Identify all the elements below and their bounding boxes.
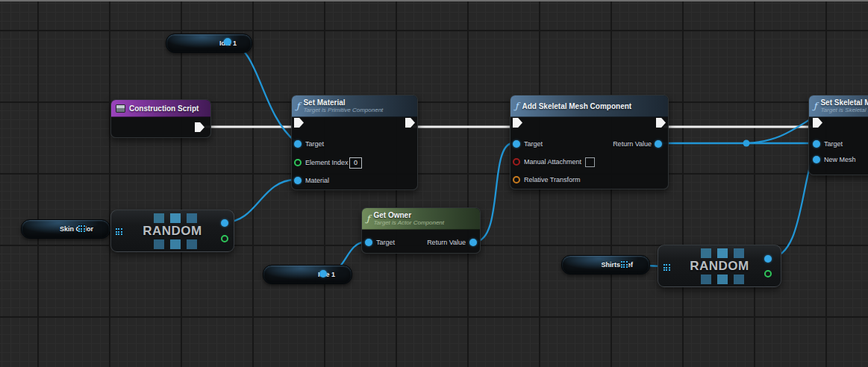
variable-node-skin-color[interactable]: Skin Color [21,219,110,239]
function-icon: ƒ [515,101,518,110]
pin-setskeletal-target[interactable] [813,140,820,148]
node-set-skeletal-mesh[interactable]: ƒ Set Skeletal Mesh Target is Skeletal M… [808,95,868,175]
node-header: Construction Script [111,100,210,117]
pin-label-element-index: Element Index [305,159,349,166]
pin-label-relative-transform: Relative Transform [524,176,581,184]
node-construction-script[interactable]: Construction Script [110,99,211,138]
blueprint-graph-canvas[interactable]: Idle 1 Construction Script ƒ Set Materia… [0,0,868,367]
pin-label-return-value: Return Value [613,140,652,148]
pin-idle1-bottom-output[interactable] [319,270,327,277]
random-deco-square [734,275,744,284]
pin-setmaterial-target[interactable] [294,140,302,148]
node-header: ƒ Get Owner Target is Actor Component [362,208,480,230]
pin-addskeletal-exec-out[interactable] [656,118,666,128]
random-deco-square [170,213,181,223]
function-icon: ƒ [814,101,817,110]
pin-randomleft-secondary-output[interactable] [221,235,228,242]
pin-randomleft-output[interactable] [221,219,228,227]
variable-node-idle1-top[interactable]: Idle 1 [166,34,252,53]
variable-label: Skin Color [60,225,93,233]
pin-setmaterial-exec-out[interactable] [405,118,415,128]
pin-randomleft-array-in[interactable] [116,228,123,235]
pin-label-material: Material [305,177,329,184]
construction-script-icon [116,104,125,113]
node-title: Get Owner [373,211,444,219]
pin-setmaterial-element-index[interactable] [294,159,302,166]
node-random-left[interactable]: RANDOM [110,210,234,252]
pin-setmaterial-exec-in[interactable] [294,118,304,128]
pin-addskeletal-target[interactable] [513,140,520,148]
node-title: Set Skeletal Mesh [820,98,868,107]
pin-label-target: Target [524,140,543,148]
element-index-input[interactable]: 0 [349,157,362,169]
random-deco-square [187,239,197,249]
node-add-skeletal-mesh-component[interactable]: ƒ Add Skeletal Mesh Component Target Ret… [510,95,669,189]
pin-getowner-return-value[interactable] [469,239,477,246]
wire-returnvalue-branch[interactable] [746,116,815,143]
function-icon: ƒ [366,214,369,223]
node-title: Construction Script [129,104,199,113]
pin-label-target: Target [376,239,395,246]
random-deco-square [187,213,197,223]
pin-setmaterial-material[interactable] [294,177,302,184]
pin-skincolor-array-output[interactable] [78,225,86,232]
node-header: ƒ Set Material Target is Primitive Compo… [292,95,417,117]
node-subtitle: Target is Primitive Component [303,107,383,113]
random-deco-square [701,275,711,284]
pin-idle1-top-output[interactable] [224,38,231,46]
pin-shirtsref-array-output[interactable] [621,260,628,268]
reroute-node[interactable] [743,140,750,147]
random-deco-square [717,275,728,284]
pin-addskeletal-exec-in[interactable] [513,118,522,128]
pin-randomright-array-in[interactable] [664,263,671,271]
random-deco-square [734,248,744,258]
node-title: Add Skeletal Mesh Component [522,102,631,110]
pin-addskeletal-relative-transform[interactable] [513,176,520,184]
pin-randomright-output[interactable] [764,255,772,263]
function-icon: ƒ [296,101,299,110]
wire-layer [0,0,868,367]
pin-getowner-target[interactable] [365,239,372,246]
pin-addskeletal-manual-attachment[interactable] [513,158,520,166]
manual-attachment-checkbox[interactable] [585,157,595,167]
wire-randomright-to-newmesh[interactable] [769,161,811,258]
pin-label-target: Target [305,140,324,148]
node-random-right[interactable]: RANDOM [658,245,781,287]
pin-setskeletal-new-mesh[interactable] [813,156,820,163]
pin-label-return-value: Return Value [427,239,466,246]
node-set-material[interactable]: ƒ Set Material Target is Primitive Compo… [291,95,418,190]
node-header: ƒ Add Skeletal Mesh Component [511,95,668,117]
random-deco-square [717,248,728,258]
pin-label-manual-attachment: Manual Attachment [524,158,581,166]
pin-label-new-mesh: New Mesh [824,156,856,163]
pin-addskeletal-return-value[interactable] [655,140,662,148]
node-title: Set Material [303,98,383,107]
random-deco-square [170,239,181,249]
node-header: ƒ Set Skeletal Mesh Target is Skeletal M… [809,95,868,117]
node-subtitle: Target is Actor Component [373,219,444,226]
node-get-owner[interactable]: ƒ Get Owner Target is Actor Component Ta… [361,207,481,254]
node-title: RANDOM [143,224,202,239]
node-title: RANDOM [690,259,749,274]
random-deco-square [154,239,164,249]
node-subtitle: Target is Skeletal Mesh Component [820,107,868,113]
wire-randomleft-to-material[interactable] [225,180,296,222]
pin-randomright-secondary-output[interactable] [764,270,772,277]
variable-node-shirts-ref[interactable]: Shirts Ref [561,255,650,275]
random-deco-square [701,248,711,258]
pin-setskeletal-exec-in[interactable] [813,118,822,128]
pin-construction-exec-out[interactable] [195,122,204,132]
variable-node-idle1-bottom[interactable]: Idle 1 [263,265,352,284]
random-deco-square [154,213,164,223]
pin-label-target: Target [824,140,843,148]
